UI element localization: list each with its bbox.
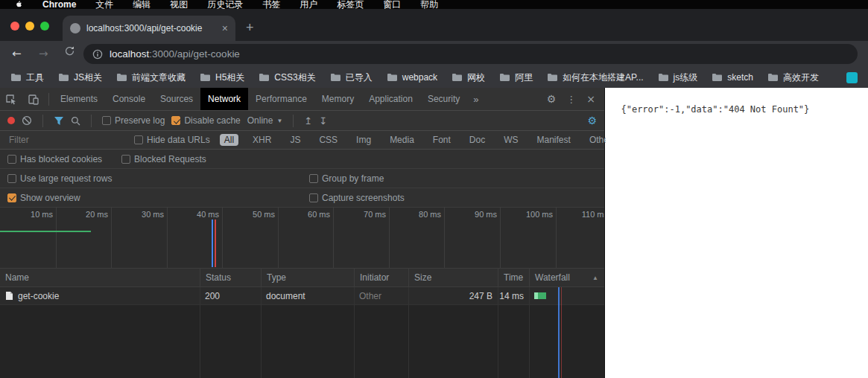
close-devtools-icon[interactable]: × — [586, 93, 595, 105]
url-bar[interactable]: localhost:3000/api/get-cookie — [83, 44, 858, 64]
bookmark-item-h5[interactable]: H5相关 — [200, 71, 244, 84]
bookmark-item-frontend-articles[interactable]: 前端文章收藏 — [116, 71, 186, 84]
menu-item-file[interactable]: 文件 — [95, 0, 113, 9]
apple-logo-icon[interactable] — [15, 0, 23, 8]
checkbox-checked[interactable] — [7, 193, 16, 202]
import-har-icon[interactable]: ↥ — [304, 115, 312, 126]
menu-item-window[interactable]: 窗口 — [383, 0, 401, 9]
device-toolbar-icon[interactable] — [22, 94, 45, 105]
bookmark-favicon[interactable] — [846, 72, 858, 83]
bookmark-item-css3[interactable]: CSS3相关 — [259, 71, 315, 84]
tab-close-icon[interactable]: × — [222, 23, 228, 33]
tab-application[interactable]: Application — [361, 88, 420, 110]
sort-ascending-icon[interactable]: ▲ — [592, 275, 598, 281]
disable-cache-checkbox[interactable]: Disable cache — [171, 115, 240, 126]
tab-performance[interactable]: Performance — [248, 88, 314, 110]
network-settings-gear-icon[interactable]: ⚙ — [587, 115, 597, 126]
throttling-select[interactable]: Online▼ — [247, 115, 283, 126]
column-separator[interactable] — [408, 287, 409, 378]
browser-tab[interactable]: localhost:3000/api/get-cookie × — [63, 16, 235, 41]
record-button[interactable] — [7, 117, 15, 124]
column-type[interactable]: Type — [261, 269, 354, 286]
bookmark-item-ali[interactable]: 阿里 — [499, 71, 533, 84]
initiator-cell[interactable]: Other — [354, 291, 408, 301]
close-window-button[interactable] — [10, 22, 19, 31]
filter-type-img[interactable]: Img — [352, 134, 376, 146]
capture-screenshots-checkbox[interactable]: Capture screenshots — [309, 193, 405, 203]
clear-button[interactable] — [22, 115, 32, 126]
tab-console[interactable]: Console — [105, 88, 153, 110]
checkbox[interactable] — [7, 155, 16, 164]
network-overview-timeline[interactable]: 10 ms 20 ms 30 ms 40 ms 50 ms 60 ms 70 m… — [0, 208, 604, 269]
inspect-element-icon[interactable] — [0, 94, 22, 105]
column-separator[interactable] — [498, 287, 498, 378]
has-blocked-cookies-checkbox[interactable]: Has blocked cookies — [7, 154, 102, 164]
menu-item-people[interactable]: 用户 — [300, 0, 317, 9]
filter-input[interactable] — [9, 135, 124, 145]
checkbox[interactable] — [102, 116, 111, 125]
request-name-cell[interactable]: get-cookie — [0, 291, 200, 301]
tab-memory[interactable]: Memory — [314, 88, 361, 110]
menu-item-bookmarks[interactable]: 书签 — [262, 0, 280, 9]
info-icon[interactable] — [92, 49, 103, 60]
checkbox[interactable] — [134, 135, 143, 144]
use-large-request-rows-checkbox[interactable]: Use large request rows — [7, 173, 112, 184]
bookmark-item-tools[interactable]: 工具 — [10, 71, 44, 84]
bookmark-item-local-api[interactable]: 如何在本地搭建AP... — [547, 71, 643, 84]
tab-sources[interactable]: Sources — [153, 88, 200, 110]
bookmark-item-imported[interactable]: 已导入 — [330, 71, 373, 84]
show-overview-checkbox[interactable]: Show overview — [7, 193, 80, 203]
group-by-frame-checkbox[interactable]: Group by frame — [309, 173, 384, 184]
hide-data-urls-checkbox[interactable]: Hide data URLs — [134, 135, 210, 145]
back-icon[interactable]: ← — [12, 47, 22, 61]
new-tab-button[interactable]: + — [246, 19, 254, 36]
filter-type-manifest[interactable]: Manifest — [533, 134, 575, 146]
bookmark-item-webpack[interactable]: webpack — [387, 72, 437, 83]
search-icon[interactable] — [71, 116, 80, 126]
filter-type-xhr[interactable]: XHR — [248, 134, 276, 146]
column-waterfall[interactable]: Waterfall ▲ — [529, 269, 605, 286]
export-har-icon[interactable]: ↧ — [319, 115, 327, 126]
settings-gear-icon[interactable]: ⚙ — [547, 93, 557, 105]
column-time[interactable]: Time — [498, 269, 529, 286]
column-size[interactable]: Size — [408, 269, 498, 286]
menu-item-history[interactable]: 历史记录 — [207, 0, 243, 9]
table-row[interactable]: get-cookie 200 document Other 247 B 14 m… — [0, 287, 604, 305]
tab-elements[interactable]: Elements — [53, 88, 105, 110]
menu-item-edit[interactable]: 编辑 — [133, 0, 151, 9]
menu-item-chrome[interactable]: Chrome — [42, 0, 76, 9]
column-name[interactable]: Name — [0, 269, 200, 286]
checkbox[interactable] — [121, 155, 130, 164]
checkbox[interactable] — [7, 174, 16, 183]
filter-type-ws[interactable]: WS — [499, 134, 522, 146]
column-initiator[interactable]: Initiator — [354, 269, 408, 286]
bookmark-item-efficient-dev[interactable]: 高效开发 — [767, 71, 819, 84]
bookmark-item-js-practice[interactable]: js练级 — [658, 71, 698, 84]
preserve-log-checkbox[interactable]: Preserve log — [102, 115, 165, 126]
column-separator[interactable] — [354, 287, 355, 378]
blocked-requests-checkbox[interactable]: Blocked Requests — [121, 154, 206, 164]
column-separator[interactable] — [261, 287, 262, 378]
tab-security[interactable]: Security — [420, 88, 467, 110]
minimize-window-button[interactable] — [25, 22, 34, 31]
forward-icon[interactable]: → — [39, 47, 48, 61]
filter-funnel-icon[interactable] — [54, 116, 64, 126]
filter-type-all[interactable]: All — [220, 134, 238, 146]
checkbox[interactable] — [309, 193, 318, 202]
maximize-window-button[interactable] — [40, 22, 49, 31]
filter-type-css[interactable]: CSS — [314, 134, 342, 146]
checkbox[interactable] — [309, 174, 318, 183]
bookmark-item-js[interactable]: JS相关 — [58, 71, 102, 84]
column-separator[interactable] — [529, 287, 530, 378]
menu-item-view[interactable]: 视图 — [170, 0, 188, 9]
more-options-icon[interactable]: ⋮ — [566, 94, 576, 105]
column-separator[interactable] — [200, 287, 200, 378]
filter-type-js[interactable]: JS — [285, 134, 305, 146]
waterfall-cell[interactable] — [529, 292, 604, 299]
filter-type-doc[interactable]: Doc — [465, 134, 490, 146]
menu-item-tab[interactable]: 标签页 — [337, 0, 364, 9]
tab-network[interactable]: Network — [200, 88, 248, 110]
checkbox-checked[interactable] — [171, 116, 180, 125]
bookmark-item-wangxiao[interactable]: 网校 — [452, 71, 485, 84]
menu-item-help[interactable]: 帮助 — [420, 0, 438, 9]
